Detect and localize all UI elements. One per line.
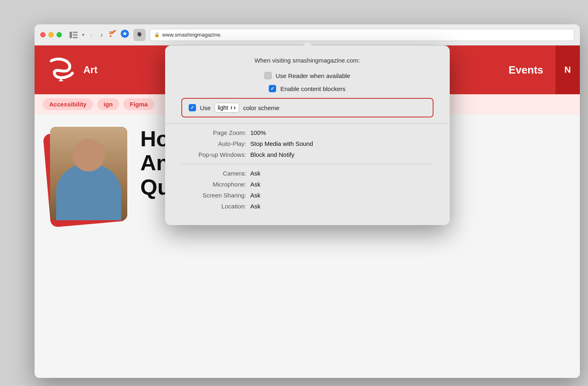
chevron-down-icon: ▾	[82, 33, 84, 37]
enable-blockers-label: Enable content blockers	[280, 85, 345, 92]
microphone-label: Microphone:	[181, 181, 246, 188]
svg-rect-3	[73, 37, 78, 38]
star-circle-icon	[120, 29, 129, 40]
minimize-button[interactable]	[48, 32, 54, 37]
rss-icon	[109, 30, 117, 40]
popup-section-reader: Use Reader when available ✓ Enable conte…	[165, 72, 450, 117]
close-button[interactable]	[40, 32, 46, 37]
page-zoom-value: 100%	[250, 129, 266, 136]
use-reader-label: Use Reader when available	[276, 72, 350, 79]
site-nav-articles: Art	[83, 64, 98, 76]
svg-rect-0	[70, 32, 72, 38]
screen-sharing-row: Screen Sharing: Ask	[165, 192, 450, 199]
divider-1	[165, 123, 450, 124]
camera-row: Camera: Ask	[165, 170, 450, 177]
browser-window: ▾ ‹ ›	[35, 24, 580, 378]
page-zoom-label: Page Zoom:	[181, 129, 246, 136]
gear-settings-button[interactable]	[133, 29, 146, 41]
location-row: Location: Ask	[165, 203, 450, 210]
color-scheme-label-pre: Use	[200, 104, 211, 111]
screen-sharing-label: Screen Sharing:	[181, 192, 246, 199]
color-scheme-row: ✓ Use light ⬆⬇ color scheme	[181, 98, 433, 117]
color-scheme-checkbox[interactable]: ✓	[189, 104, 196, 111]
site-nav-right: Events N	[497, 46, 580, 94]
color-scheme-label-post: color scheme	[243, 104, 279, 111]
microphone-value: Ask	[250, 181, 261, 188]
svg-rect-2	[73, 34, 78, 35]
lock-icon: 🔒	[154, 32, 160, 37]
popup-windows-row: Pop-up Windows: Block and Notify	[165, 151, 450, 158]
back-button[interactable]: ‹	[88, 30, 94, 39]
autoplay-label: Auto-Play:	[181, 140, 246, 147]
toolbar-icons	[109, 29, 129, 40]
use-reader-checkbox[interactable]	[264, 72, 272, 79]
sidebar-toggle-button[interactable]	[69, 31, 78, 39]
color-scheme-value: light	[218, 104, 228, 111]
camera-value: Ask	[250, 170, 261, 177]
traffic-lights	[40, 32, 62, 37]
color-scheme-select[interactable]: light ⬆⬇	[215, 103, 239, 113]
divider-2	[181, 164, 433, 164]
popup-title: When visiting smashingmagazine.com:	[165, 57, 450, 64]
author-image-wrapper	[47, 127, 128, 224]
autoplay-value: Stop Media with Sound	[250, 140, 313, 147]
author-image	[50, 127, 127, 220]
camera-label: Camera:	[181, 170, 246, 177]
maximize-button[interactable]	[57, 32, 62, 37]
screen-sharing-value: Ask	[250, 192, 261, 199]
svg-rect-4	[110, 35, 111, 37]
page-zoom-row: Page Zoom: 100%	[165, 129, 450, 136]
autoplay-row: Auto-Play: Stop Media with Sound	[165, 140, 450, 147]
select-arrows-icon: ⬆⬇	[230, 106, 236, 110]
location-label: Location:	[181, 203, 246, 210]
svg-rect-1	[73, 32, 78, 33]
site-nav-more: N	[555, 46, 580, 94]
forward-button[interactable]: ›	[98, 30, 105, 39]
url-text: www.smashingmagazine.	[162, 32, 222, 38]
enable-blockers-row: ✓ Enable content blockers	[181, 85, 433, 92]
enable-blockers-checkbox[interactable]: ✓	[269, 85, 276, 92]
popup-windows-label: Pop-up Windows:	[181, 151, 246, 158]
site-settings-popup: When visiting smashingmagazine.com: Use …	[165, 46, 450, 225]
use-reader-row: Use Reader when available	[181, 72, 433, 79]
tab-design[interactable]: ign	[97, 98, 120, 110]
site-nav-events[interactable]: Events	[497, 64, 555, 76]
site-logo	[47, 56, 75, 84]
tab-accessibility[interactable]: Accessibility	[43, 98, 93, 110]
location-value: Ask	[250, 203, 261, 210]
tab-figma[interactable]: Figma	[123, 98, 154, 110]
popup-windows-value: Block and Notify	[250, 151, 294, 158]
url-bar[interactable]: 🔒 www.smashingmagazine.	[150, 29, 574, 41]
microphone-row: Microphone: Ask	[165, 181, 450, 188]
